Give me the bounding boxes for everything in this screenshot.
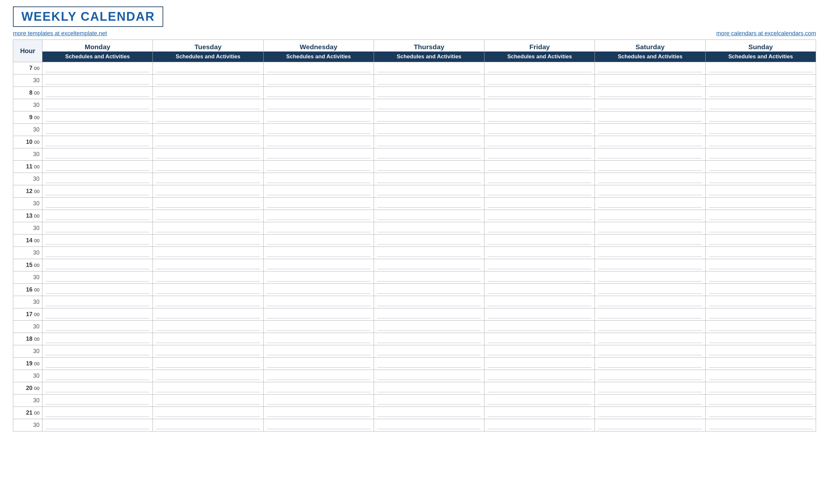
schedule-cell[interactable] <box>153 173 263 185</box>
schedule-cell[interactable] <box>153 161 263 173</box>
schedule-cell[interactable] <box>263 197 374 210</box>
schedule-cell[interactable] <box>263 358 374 370</box>
schedule-cell[interactable] <box>595 358 705 370</box>
schedule-cell[interactable] <box>484 210 595 222</box>
schedule-cell[interactable] <box>705 370 816 382</box>
schedule-cell[interactable] <box>484 185 595 197</box>
schedule-cell[interactable] <box>153 235 263 247</box>
schedule-cell[interactable] <box>705 345 816 358</box>
schedule-cell[interactable] <box>374 197 484 210</box>
schedule-cell[interactable] <box>484 272 595 284</box>
schedule-cell[interactable] <box>263 370 374 382</box>
schedule-cell[interactable] <box>374 272 484 284</box>
schedule-cell[interactable] <box>42 370 153 382</box>
schedule-cell[interactable] <box>595 345 705 358</box>
schedule-cell[interactable] <box>42 309 153 321</box>
schedule-cell[interactable] <box>374 74 484 87</box>
schedule-cell[interactable] <box>595 62 705 74</box>
schedule-cell[interactable] <box>595 333 705 345</box>
schedule-cell[interactable] <box>42 222 153 235</box>
schedule-cell[interactable] <box>484 382 595 395</box>
schedule-cell[interactable] <box>374 185 484 197</box>
schedule-cell[interactable] <box>484 345 595 358</box>
schedule-cell[interactable] <box>153 419 263 431</box>
schedule-cell[interactable] <box>705 259 816 272</box>
schedule-cell[interactable] <box>705 284 816 296</box>
schedule-cell[interactable] <box>595 185 705 197</box>
schedule-cell[interactable] <box>263 419 374 431</box>
schedule-cell[interactable] <box>42 210 153 222</box>
schedule-cell[interactable] <box>42 74 153 87</box>
schedule-cell[interactable] <box>153 259 263 272</box>
schedule-cell[interactable] <box>374 62 484 74</box>
schedule-cell[interactable] <box>263 173 374 185</box>
schedule-cell[interactable] <box>484 62 595 74</box>
schedule-cell[interactable] <box>42 284 153 296</box>
schedule-cell[interactable] <box>263 284 374 296</box>
schedule-cell[interactable] <box>153 247 263 259</box>
schedule-cell[interactable] <box>263 321 374 333</box>
schedule-cell[interactable] <box>484 197 595 210</box>
schedule-cell[interactable] <box>595 111 705 124</box>
schedule-cell[interactable] <box>595 124 705 136</box>
schedule-cell[interactable] <box>595 272 705 284</box>
schedule-cell[interactable] <box>595 173 705 185</box>
schedule-cell[interactable] <box>374 222 484 235</box>
schedule-cell[interactable] <box>153 345 263 358</box>
schedule-cell[interactable] <box>595 382 705 395</box>
schedule-cell[interactable] <box>153 395 263 407</box>
schedule-cell[interactable] <box>153 62 263 74</box>
schedule-cell[interactable] <box>153 185 263 197</box>
schedule-cell[interactable] <box>374 358 484 370</box>
schedule-cell[interactable] <box>705 148 816 161</box>
schedule-cell[interactable] <box>705 197 816 210</box>
schedule-cell[interactable] <box>705 161 816 173</box>
schedule-cell[interactable] <box>484 222 595 235</box>
link-left[interactable]: more templates at exceltemplate.net <box>13 30 107 37</box>
schedule-cell[interactable] <box>263 309 374 321</box>
schedule-cell[interactable] <box>484 247 595 259</box>
schedule-cell[interactable] <box>595 407 705 419</box>
schedule-cell[interactable] <box>42 382 153 395</box>
schedule-cell[interactable] <box>42 148 153 161</box>
schedule-cell[interactable] <box>595 419 705 431</box>
schedule-cell[interactable] <box>484 407 595 419</box>
schedule-cell[interactable] <box>42 173 153 185</box>
schedule-cell[interactable] <box>153 370 263 382</box>
schedule-cell[interactable] <box>42 111 153 124</box>
schedule-cell[interactable] <box>484 235 595 247</box>
schedule-cell[interactable] <box>153 197 263 210</box>
schedule-cell[interactable] <box>263 296 374 309</box>
schedule-cell[interactable] <box>705 210 816 222</box>
schedule-cell[interactable] <box>153 87 263 99</box>
schedule-cell[interactable] <box>484 173 595 185</box>
schedule-cell[interactable] <box>42 333 153 345</box>
schedule-cell[interactable] <box>484 87 595 99</box>
schedule-cell[interactable] <box>705 74 816 87</box>
schedule-cell[interactable] <box>484 419 595 431</box>
schedule-cell[interactable] <box>595 296 705 309</box>
link-right[interactable]: more calendars at excelcalendars.com <box>107 30 816 37</box>
schedule-cell[interactable] <box>705 296 816 309</box>
schedule-cell[interactable] <box>374 407 484 419</box>
schedule-cell[interactable] <box>263 185 374 197</box>
schedule-cell[interactable] <box>153 309 263 321</box>
schedule-cell[interactable] <box>374 321 484 333</box>
schedule-cell[interactable] <box>374 419 484 431</box>
schedule-cell[interactable] <box>705 185 816 197</box>
schedule-cell[interactable] <box>153 111 263 124</box>
schedule-cell[interactable] <box>705 358 816 370</box>
schedule-cell[interactable] <box>42 272 153 284</box>
schedule-cell[interactable] <box>42 345 153 358</box>
schedule-cell[interactable] <box>705 382 816 395</box>
schedule-cell[interactable] <box>42 235 153 247</box>
schedule-cell[interactable] <box>595 370 705 382</box>
schedule-cell[interactable] <box>374 284 484 296</box>
schedule-cell[interactable] <box>153 358 263 370</box>
schedule-cell[interactable] <box>595 161 705 173</box>
schedule-cell[interactable] <box>374 370 484 382</box>
schedule-cell[interactable] <box>42 136 153 148</box>
schedule-cell[interactable] <box>374 345 484 358</box>
schedule-cell[interactable] <box>374 296 484 309</box>
schedule-cell[interactable] <box>263 407 374 419</box>
